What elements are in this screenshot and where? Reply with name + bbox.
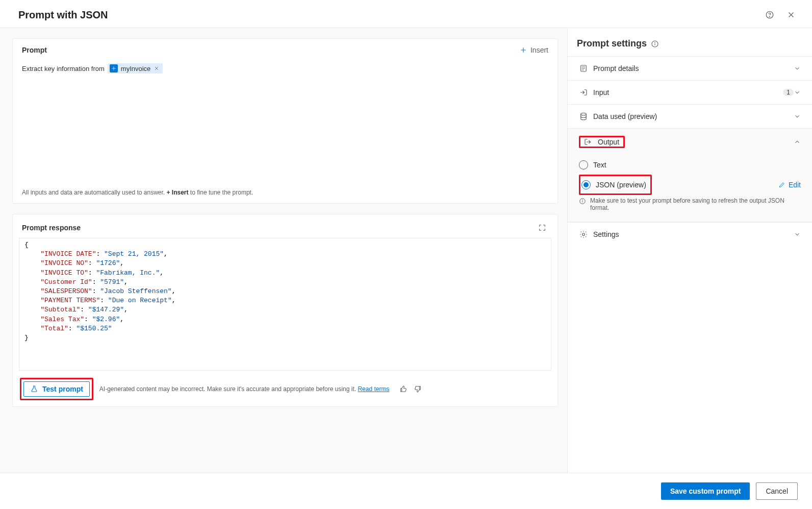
prompt-settings-panel: Prompt settings Prompt details Input 1: [567, 28, 812, 473]
fullscreen-icon[interactable]: [538, 224, 546, 232]
chevron-down-icon: [794, 89, 801, 96]
output-option-text[interactable]: Text: [579, 155, 801, 175]
acc-prompt-details[interactable]: Prompt details: [568, 56, 812, 80]
edit-output-label: Edit: [789, 181, 801, 189]
cancel-button[interactable]: Cancel: [756, 482, 798, 500]
prompt-hint-text: All inputs and data are automatically us…: [22, 186, 548, 196]
prompt-prefix-text: Extract key information from: [22, 65, 105, 72]
output-option-text-label: Text: [593, 161, 606, 169]
response-card: Prompt response { "INVOICE DATE": "Sept …: [12, 214, 558, 407]
dialog-header: Prompt with JSON: [0, 0, 812, 28]
prompt-card-title: Prompt: [22, 46, 47, 54]
response-json-viewer[interactable]: { "INVOICE DATE": "Sept 21, 2015", "INVO…: [19, 238, 551, 371]
prompt-card: Prompt Insert Extract key information fr…: [12, 38, 558, 204]
acc-output-label: Output: [598, 138, 619, 146]
output-body: Text JSON (preview) Edit: [568, 155, 812, 222]
chip-remove-icon[interactable]: [154, 65, 160, 71]
acc-data-used[interactable]: Data used (preview): [568, 104, 812, 128]
chevron-down-icon: [794, 65, 801, 72]
pencil-icon: [778, 181, 785, 188]
svg-point-4: [655, 42, 655, 42]
help-icon: [765, 10, 774, 19]
svg-point-1: [770, 16, 770, 17]
chevron-up-icon: [794, 138, 801, 146]
output-option-json[interactable]: JSON (preview): [581, 177, 646, 192]
thumbs-down-icon[interactable]: [414, 385, 422, 393]
read-terms-link[interactable]: Read terms: [358, 385, 389, 393]
close-button[interactable]: [784, 8, 798, 21]
prompt-text-area[interactable]: Extract key information from myInvoice: [22, 63, 548, 74]
rail-title: Prompt settings: [577, 38, 647, 49]
info-icon[interactable]: [651, 40, 659, 48]
chevron-down-icon: [794, 113, 801, 120]
radio-icon: [581, 180, 591, 189]
chevron-down-icon: [794, 231, 801, 238]
radio-icon: [579, 160, 588, 169]
info-icon: [579, 198, 586, 205]
output-option-json-label: JSON (preview): [596, 181, 646, 189]
edit-output-link[interactable]: Edit: [778, 181, 801, 189]
response-card-title: Prompt response: [22, 224, 81, 232]
save-button[interactable]: Save custom prompt: [661, 482, 750, 500]
details-icon: [579, 64, 588, 73]
acc-input[interactable]: Input 1: [568, 80, 812, 104]
thumbs-up-icon[interactable]: [399, 385, 408, 393]
insert-button-label: Insert: [530, 46, 548, 54]
highlight-output: Output: [579, 136, 625, 148]
acc-settings[interactable]: Settings: [568, 222, 812, 246]
acc-output[interactable]: Output Text JSON (preview): [568, 128, 812, 222]
output-icon: [583, 137, 593, 147]
ai-disclaimer: AI-generated content may be incorrect. M…: [99, 385, 390, 393]
highlight-test-prompt: Test prompt: [20, 378, 93, 400]
test-prompt-label: Test prompt: [42, 385, 83, 393]
svg-point-2: [113, 68, 115, 69]
output-hint: Make sure to test your prompt before sav…: [579, 195, 801, 214]
input-chip-icon: [110, 64, 118, 72]
beaker-icon: [30, 385, 38, 393]
acc-prompt-details-label: Prompt details: [593, 64, 794, 72]
test-prompt-button[interactable]: Test prompt: [23, 381, 90, 397]
acc-settings-label: Settings: [593, 230, 794, 238]
svg-point-7: [582, 200, 583, 200]
highlight-json-option: JSON (preview): [579, 175, 652, 195]
acc-data-used-label: Data used (preview): [593, 112, 794, 120]
dialog-footer: Save custom prompt Cancel: [0, 473, 812, 509]
input-chip-label: myInvoice: [121, 65, 151, 72]
insert-button[interactable]: Insert: [519, 46, 548, 54]
plus-icon: [519, 46, 527, 54]
input-icon: [579, 88, 588, 97]
acc-input-label: Input: [593, 88, 780, 96]
help-button[interactable]: [763, 8, 776, 21]
input-count-badge: 1: [783, 89, 794, 96]
svg-point-8: [582, 233, 585, 236]
input-chip-myinvoice[interactable]: myInvoice: [108, 63, 163, 74]
gear-icon: [579, 230, 588, 239]
data-icon: [579, 112, 588, 121]
close-icon: [786, 10, 796, 19]
page-title: Prompt with JSON: [18, 9, 108, 21]
